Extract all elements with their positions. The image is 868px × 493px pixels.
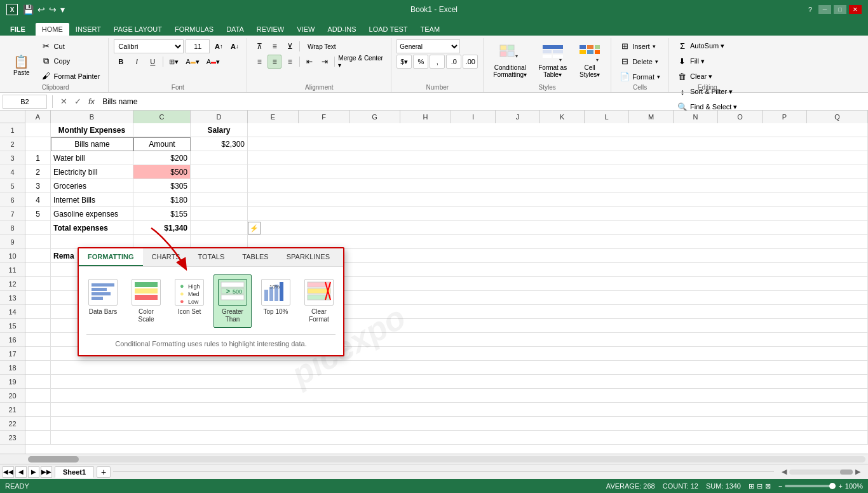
col-header-F[interactable]: F bbox=[299, 111, 349, 123]
cell-rest-18[interactable] bbox=[51, 361, 868, 375]
row-num-14[interactable]: 14 bbox=[0, 305, 25, 319]
cell-D3[interactable] bbox=[191, 151, 248, 165]
popup-item-top10[interactable]: 10% Top 10% bbox=[257, 274, 295, 328]
cell-D7[interactable] bbox=[191, 207, 248, 221]
cell-A12[interactable] bbox=[25, 277, 51, 291]
tab-page-layout[interactable]: PAGE LAYOUT bbox=[107, 23, 168, 36]
col-header-O[interactable]: O bbox=[718, 111, 763, 123]
col-header-A[interactable]: A bbox=[25, 111, 51, 123]
row-num-7[interactable]: 7 bbox=[0, 207, 25, 221]
tab-insert[interactable]: INSERT bbox=[69, 23, 107, 36]
cell-C8[interactable]: $1,340 bbox=[133, 221, 191, 235]
formula-input[interactable] bbox=[100, 95, 865, 109]
cell-A14[interactable] bbox=[25, 305, 51, 319]
tab-home[interactable]: HOME bbox=[36, 23, 69, 36]
copy-button[interactable]: ⧉ Copy bbox=[38, 54, 104, 68]
row-num-4[interactable]: 4 bbox=[0, 165, 25, 179]
row-num-12[interactable]: 12 bbox=[0, 277, 25, 291]
fill-button[interactable]: ⬇ Fill ▾ bbox=[674, 55, 740, 68]
tab-formulas[interactable]: FORMULAS bbox=[168, 23, 220, 36]
cell-rest-6[interactable] bbox=[248, 193, 868, 207]
tab-loadtest[interactable]: LOAD TEST bbox=[363, 23, 414, 36]
cell-A9[interactable] bbox=[25, 235, 51, 249]
cell-A11[interactable] bbox=[25, 263, 51, 277]
restore-btn[interactable]: □ bbox=[834, 5, 846, 14]
delete-cells-button[interactable]: ⊟ Delete ▾ bbox=[616, 55, 663, 68]
cell-A4[interactable]: 2 bbox=[25, 165, 51, 179]
cell-A19[interactable] bbox=[25, 375, 51, 389]
row-num-10[interactable]: 10 bbox=[0, 249, 25, 263]
col-header-N[interactable]: N bbox=[674, 111, 718, 123]
cell-rest-5[interactable] bbox=[248, 179, 868, 193]
cell-A10[interactable] bbox=[25, 249, 51, 263]
cell-B1[interactable]: Monthly Expenses bbox=[51, 123, 133, 137]
popup-tab-charts[interactable]: CHARTS bbox=[143, 248, 189, 266]
font-color-button[interactable]: A▬▾ bbox=[204, 55, 222, 69]
row-num-17[interactable]: 17 bbox=[0, 347, 25, 361]
col-header-L[interactable]: L bbox=[585, 111, 629, 123]
increase-indent-btn[interactable]: ⇥ bbox=[318, 55, 332, 69]
font-name-select[interactable]: Calibri bbox=[114, 39, 184, 53]
col-header-P[interactable]: P bbox=[763, 111, 807, 123]
cell-A23[interactable] bbox=[25, 431, 51, 445]
cell-D1[interactable]: Salary bbox=[191, 123, 248, 137]
number-format-select[interactable]: General bbox=[397, 39, 460, 53]
center-align-btn[interactable]: ≡ bbox=[268, 55, 281, 69]
tab-team[interactable]: TEAM bbox=[414, 23, 447, 36]
cell-B8[interactable]: Total expenses bbox=[51, 221, 133, 235]
redo-quick-btn[interactable]: ↪ bbox=[49, 4, 57, 15]
popup-tab-totals[interactable]: TOTALS bbox=[189, 248, 234, 266]
cell-D5[interactable] bbox=[191, 179, 248, 193]
cell-C7[interactable]: $155 bbox=[133, 207, 191, 221]
italic-button[interactable]: I bbox=[130, 55, 144, 69]
sheet-prev-btn[interactable]: ◀◀ bbox=[3, 466, 14, 478]
quick-access-dropdown[interactable]: ▾ bbox=[60, 4, 65, 15]
col-header-rest[interactable]: Q bbox=[807, 111, 868, 123]
cell-A16[interactable] bbox=[25, 333, 51, 347]
cell-rest-19[interactable] bbox=[51, 375, 868, 389]
cell-A15[interactable] bbox=[25, 319, 51, 333]
dollar-btn[interactable]: $▾ bbox=[397, 55, 412, 69]
middle-align-btn[interactable]: ≡ bbox=[268, 39, 281, 53]
cell-A2[interactable] bbox=[25, 137, 51, 151]
quick-analysis-btn[interactable]: ⚡ bbox=[248, 222, 261, 234]
comma-btn[interactable]: , bbox=[430, 55, 445, 69]
normal-view-icon[interactable]: ⊞ bbox=[749, 482, 754, 490]
col-header-M[interactable]: M bbox=[629, 111, 674, 123]
row-num-23[interactable]: 23 bbox=[0, 431, 25, 445]
paste-button[interactable]: 📋 Paste bbox=[8, 52, 36, 79]
col-header-E[interactable]: E bbox=[248, 111, 299, 123]
row-num-6[interactable]: 6 bbox=[0, 193, 25, 207]
cell-A18[interactable] bbox=[25, 361, 51, 375]
format-painter-button[interactable]: 🖌 Format Painter bbox=[38, 69, 104, 83]
cell-rest-3[interactable] bbox=[248, 151, 868, 165]
col-header-H[interactable]: H bbox=[400, 111, 451, 123]
h-scroll-thumb[interactable] bbox=[28, 456, 79, 463]
col-header-J[interactable]: J bbox=[496, 111, 540, 123]
cut-button[interactable]: ✂ Cut bbox=[38, 39, 104, 53]
tab-addins[interactable]: ADD-INS bbox=[321, 23, 362, 36]
v-scroll-thumb[interactable] bbox=[840, 469, 853, 475]
decrease-indent-btn[interactable]: ⇤ bbox=[302, 55, 316, 69]
row-num-15[interactable]: 15 bbox=[0, 319, 25, 333]
decrease-font-btn[interactable]: A↓ bbox=[227, 39, 241, 53]
cell-styles-button[interactable]: ▾ CellStyles▾ bbox=[574, 41, 606, 81]
clear-button[interactable]: 🗑 Clear ▾ bbox=[674, 70, 740, 83]
cell-rest-21[interactable] bbox=[51, 403, 868, 417]
format-as-table-button[interactable]: ▾ Format asTable▾ bbox=[534, 41, 571, 81]
popup-tab-sparklines[interactable]: SPARKLINES bbox=[278, 248, 339, 266]
row-num-13[interactable]: 13 bbox=[0, 291, 25, 305]
cell-B6[interactable]: Internet Bills bbox=[51, 193, 133, 207]
col-header-D[interactable]: D bbox=[191, 111, 248, 123]
cell-rest-2[interactable] bbox=[248, 137, 868, 151]
decrease-decimal-btn[interactable]: .00 bbox=[463, 55, 478, 69]
left-align-btn[interactable]: ≡ bbox=[252, 55, 266, 69]
sheet-back-btn[interactable]: ◀ bbox=[15, 466, 27, 478]
popup-tab-formatting[interactable]: FORMATTING bbox=[79, 248, 143, 266]
fill-color-button[interactable]: A▬▾ bbox=[183, 55, 201, 69]
cell-D6[interactable] bbox=[191, 193, 248, 207]
cell-A21[interactable] bbox=[25, 403, 51, 417]
cell-A20[interactable] bbox=[25, 389, 51, 403]
popup-item-color-scale[interactable]: Color Scale bbox=[127, 274, 165, 328]
save-quick-btn[interactable]: 💾 bbox=[23, 4, 34, 15]
